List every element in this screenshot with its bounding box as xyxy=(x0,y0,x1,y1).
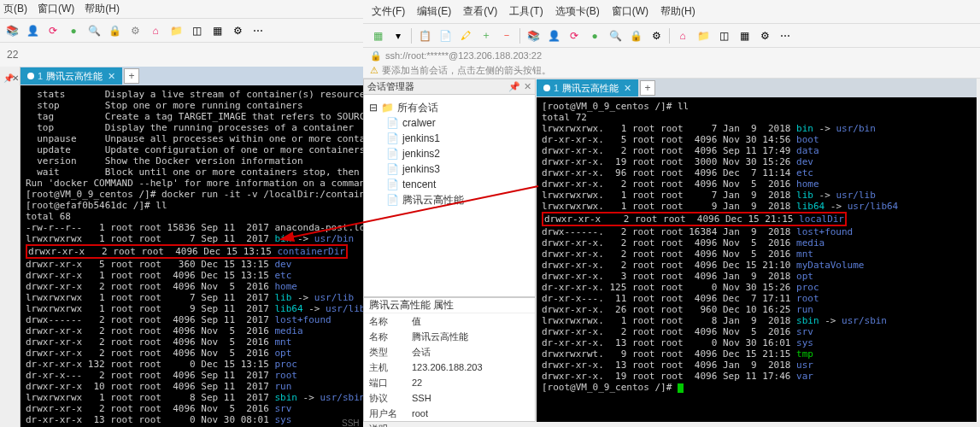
session-icon: 📄 xyxy=(386,163,399,175)
status-dot-icon xyxy=(27,73,34,79)
prop-header-value: 值 xyxy=(412,315,421,328)
menu-window-r[interactable]: 窗口(W) xyxy=(612,4,648,19)
right-tab-bar: 1 腾讯云高性能 ✕ + xyxy=(537,79,977,97)
menu-edit[interactable]: 编辑(E) xyxy=(417,4,451,19)
dropdown-icon[interactable]: ▾ xyxy=(389,26,408,45)
menu-tab-r[interactable]: 选项卡(B) xyxy=(555,4,600,19)
copy-icon[interactable]: 📋 xyxy=(415,26,434,45)
left-terminal[interactable]: stats Display a live stream of container… xyxy=(21,85,363,427)
property-row: 类型会话 xyxy=(364,344,535,360)
right-toolbar: ▦ ▾ 📋 📄 🖍 ＋ － 📚 👤 ⟳ ● 🔍 🔒 ⚙ ⌂ 📁 ◫ ▦ ⚙ ⋯ xyxy=(363,24,980,48)
sessions-panel: 会话管理器 📌✕ ⊟📁所有会话📄cralwer📄jenkins1📄jenkins… xyxy=(363,79,536,297)
right-terminal[interactable]: [root@VM_0_9_centos /]# lltotal 72lrwxrw… xyxy=(537,97,977,422)
menu-file[interactable]: 文件(F) xyxy=(372,4,405,19)
session-icon: 📄 xyxy=(386,132,399,144)
menu-view[interactable]: 查看(V) xyxy=(463,4,497,19)
user-icon-r[interactable]: 👤 xyxy=(544,26,563,45)
refresh-icon[interactable]: ⟳ xyxy=(44,22,62,39)
tab-close-icon[interactable]: ✕ xyxy=(624,83,631,94)
green-circle-icon[interactable]: ● xyxy=(65,22,82,39)
sessions-tree[interactable]: ⊟📁所有会话📄cralwer📄jenkins1📄jenkins2📄jenkins… xyxy=(364,95,535,213)
books-icon-r[interactable]: 📚 xyxy=(524,26,543,45)
session-icon: 📄 xyxy=(386,194,399,206)
lock-icon[interactable]: 🔒 xyxy=(106,22,123,39)
left-terminal-tab[interactable]: 1 腾讯云高性能 ✕ xyxy=(21,67,122,85)
user-icon[interactable]: 👤 xyxy=(24,22,41,39)
minus-icon[interactable]: － xyxy=(497,26,516,45)
session-item[interactable]: 📄jenkins1 xyxy=(369,131,530,146)
books-icon[interactable]: 📚 xyxy=(3,22,21,39)
paste-icon[interactable]: 📄 xyxy=(436,26,455,45)
hint-text: 要添加当前会话，点击左侧的箭头按钮。 xyxy=(382,64,551,77)
highlight-icon[interactable]: 🖍 xyxy=(456,26,475,45)
property-row: 名称腾讯云高性能 xyxy=(364,329,535,344)
session-item[interactable]: 📄jenkins2 xyxy=(369,146,530,161)
more-icon-r[interactable]: ⋯ xyxy=(776,26,795,45)
session-item[interactable]: 📄腾讯云高性能 xyxy=(369,192,530,208)
tab-title: 腾讯云高性能 xyxy=(46,70,103,83)
settings-icon[interactable]: ⚙ xyxy=(229,22,246,39)
gear-icon[interactable]: ⚙ xyxy=(126,22,144,39)
menu-help[interactable]: 帮助(H) xyxy=(85,2,120,16)
search-icon[interactable]: 🔍 xyxy=(85,22,103,39)
tab-close-icon[interactable]: ✕ xyxy=(108,71,115,82)
grid-icon-r[interactable]: ▦ xyxy=(735,26,754,45)
properties-title: 腾讯云高性能 属性 xyxy=(364,298,535,313)
plus-icon[interactable]: ＋ xyxy=(477,26,496,45)
sessions-panel-title: 会话管理器 📌✕ xyxy=(364,79,535,95)
close-icon[interactable]: ✕ xyxy=(524,81,531,92)
settings-icon-r[interactable]: ⚙ xyxy=(755,26,774,45)
folder-icon[interactable]: 📁 xyxy=(167,22,185,39)
search-icon-r[interactable]: 🔍 xyxy=(606,26,625,45)
close-icon[interactable]: ✕ xyxy=(12,73,19,83)
add-tab-button[interactable]: + xyxy=(640,80,655,96)
left-status: 22 xyxy=(0,43,363,67)
warning-icon: ⚠ xyxy=(370,65,379,76)
hint-bar: ⚠ 要添加当前会话，点击左侧的箭头按钮。 xyxy=(363,63,980,79)
menu-help-r[interactable]: 帮助(H) xyxy=(660,4,695,19)
more-icon[interactable]: ⋯ xyxy=(249,22,267,39)
lock-icon-r[interactable]: 🔒 xyxy=(626,26,645,45)
folder-icon-r[interactable]: 📁 xyxy=(694,26,713,45)
tab-title: 腾讯云高性能 xyxy=(562,82,619,95)
session-item[interactable]: 📄jenkins3 xyxy=(369,161,530,177)
menu-tools[interactable]: 工具(T) xyxy=(509,4,543,19)
pin-icon[interactable]: 📌 xyxy=(508,81,520,92)
split-icon-r[interactable]: ◫ xyxy=(714,26,733,45)
session-icon: 📄 xyxy=(386,178,399,190)
tab-number: 1 xyxy=(554,83,559,93)
folder-icon: 📁 xyxy=(381,102,394,114)
side-tab: 📌 ✕ xyxy=(0,67,21,427)
property-row: 主机123.206.188.203 xyxy=(364,360,535,375)
property-row: 用户名root xyxy=(364,406,535,421)
new-icon[interactable]: ▦ xyxy=(368,26,387,45)
session-icon: 📄 xyxy=(386,148,399,160)
ssh-address-bar: 🔒 ssh://root:******@123.206.188.203:22 xyxy=(363,48,980,63)
green-icon-r[interactable]: ● xyxy=(585,26,604,45)
grid-icon[interactable]: ▦ xyxy=(208,22,226,39)
menu-window[interactable]: 窗口(W) xyxy=(38,2,74,16)
add-tab-button[interactable]: + xyxy=(124,68,139,84)
left-menu-bar: 页(B) 窗口(W) 帮助(H) xyxy=(0,0,363,19)
session-item[interactable]: 📄tencent xyxy=(369,177,530,192)
split-icon[interactable]: ◫ xyxy=(188,22,205,39)
property-row: 协议SSH xyxy=(364,390,535,406)
refresh-icon-r[interactable]: ⟳ xyxy=(565,26,584,45)
menu-tab[interactable]: 页(B) xyxy=(3,2,27,16)
sessions-root[interactable]: 所有会话 xyxy=(397,101,438,115)
status-dot-icon xyxy=(543,85,550,91)
right-menu-bar: 文件(F) 编辑(E) 查看(V) 工具(T) 选项卡(B) 窗口(W) 帮助(… xyxy=(363,0,980,24)
home-icon-r[interactable]: ⌂ xyxy=(673,26,692,45)
properties-panel: 腾讯云高性能 属性 名称 值 名称腾讯云高性能类型会话主机123.206.188… xyxy=(363,297,536,422)
prop-header-name: 名称 xyxy=(369,315,412,328)
home-icon[interactable]: ⌂ xyxy=(147,22,164,39)
gear-icon-r[interactable]: ⚙ xyxy=(647,26,666,45)
right-terminal-tab[interactable]: 1 腾讯云高性能 ✕ xyxy=(537,79,638,97)
property-row: 说明 xyxy=(364,421,535,427)
left-toolbar: 📚 👤 ⟳ ● 🔍 🔒 ⚙ ⌂ 📁 ◫ ▦ ⚙ ⋯ xyxy=(0,19,363,43)
lock-icon: 🔒 xyxy=(370,50,382,61)
tab-number: 1 xyxy=(38,71,43,81)
session-item[interactable]: 📄cralwer xyxy=(369,115,530,131)
status-bar-ssh: SSH xyxy=(342,418,360,427)
ssh-url: ssh://root:******@123.206.188.203:22 xyxy=(385,50,542,61)
